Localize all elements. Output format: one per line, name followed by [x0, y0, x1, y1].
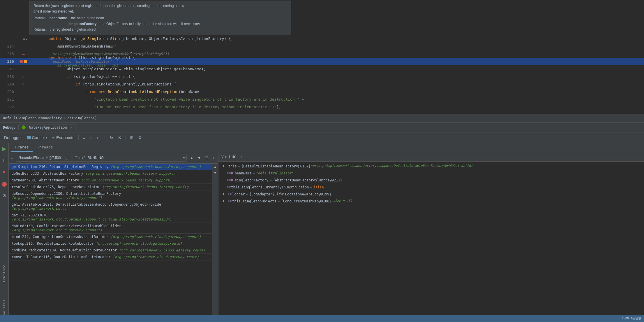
scroll-up-btn[interactable]: ▲	[214, 164, 217, 169]
var-item-beanname[interactable]: ○○ p beanName = "defaultValidator"	[218, 170, 644, 177]
settings2-btn[interactable]: ⊘	[1, 192, 8, 199]
frame-item-3[interactable]: resolveCandidate:276, DependencyDescript…	[9, 184, 212, 190]
thread-up-btn[interactable]: ▲	[188, 155, 195, 161]
var-expand-this: ▶	[223, 164, 227, 169]
oo-icon-dest: ○○	[227, 185, 231, 190]
toolbar-sep-2	[126, 135, 126, 140]
force-step-btn[interactable]: ↑	[101, 134, 107, 141]
force-step-icon: ↑	[103, 135, 105, 140]
var-name-this: this	[228, 164, 237, 169]
var-expand-so: ▶	[223, 199, 227, 204]
endpoints-icon: ✦	[52, 135, 55, 140]
settings-btn[interactable]: ⚙	[136, 134, 144, 141]
step-over-btn[interactable]: ≡	[81, 134, 87, 141]
debug-content: ✓ *boundedElastic-1*@7,509 in group "mai…	[9, 152, 644, 322]
debug-app-tab[interactable]: GatewayApplication ✕	[18, 125, 75, 130]
frame-item-1[interactable]: doGetBean:333, AbstractBeanFactory (org.…	[9, 170, 212, 177]
resume-btn[interactable]: ▶	[1, 145, 8, 152]
run-to-cursor-btn[interactable]: ↻	[108, 134, 115, 141]
rerun-btn[interactable]: ⬤	[1, 180, 8, 187]
step-into-btn[interactable]: ↓	[95, 134, 100, 141]
sub-tabs: Frames Threads	[9, 143, 644, 152]
console-tab-btn[interactable]: Console	[25, 134, 49, 141]
debug-header: Debug: GatewayApplication ✕	[0, 123, 644, 132]
frame-main-5: getIfAvailable:2021, DefaultListableBean…	[12, 202, 163, 206]
debug-tab-close[interactable]: ✕	[70, 125, 72, 130]
console-label: Console	[32, 135, 47, 140]
var-val-this: {DefaultListableBeanFactory@6107}	[241, 164, 310, 169]
frame-item-10[interactable]: combinePredicates:189, RouteDefinitionRo…	[9, 247, 212, 254]
code-line-222: 222 "(Do not request a bean from a BeanF…	[0, 103, 644, 111]
frame-item-6[interactable]: get:-1, 263233676 (org.springframework.c…	[9, 212, 212, 223]
toolbar-sep-1	[78, 135, 79, 140]
oo-icon-sf: ○○	[227, 178, 231, 183]
frame-item-5[interactable]: getIfAvailable:2021, DefaultListableBean…	[9, 201, 212, 212]
thread-add-btn[interactable]: +	[211, 155, 216, 161]
frames-panel: ✓ *boundedElastic-1*@7,509 in group "mai…	[9, 152, 218, 322]
status-bar: CSDN @他说哦	[0, 315, 644, 322]
side-panel: ▶ ⏸ ■ ⬤ ⊘ Structure Favorites	[0, 143, 9, 322]
thread-select[interactable]: *boundedElastic-1*@7,509 in group "main"…	[16, 154, 187, 162]
doc-line2: one if none registered yet.	[33, 9, 287, 14]
threads-tab[interactable]: Threads	[33, 143, 57, 152]
frame-item-11[interactable]: convertToRoute:116, RouteDefinitionRoute…	[9, 254, 212, 260]
step-over-icon: ≡	[83, 135, 85, 140]
frames-icon: ⊞	[130, 135, 133, 140]
frame-item-8[interactable]: bind:244, ConfigurationService$AbstractB…	[9, 234, 212, 240]
debug-panel: Debug: GatewayApplication ✕ Debugger Con…	[0, 123, 644, 322]
param2-desc: – the ObjectFactory to lazily create the…	[98, 22, 200, 26]
breadcrumb-class[interactable]: DefaultSingletonBeanRegistry	[3, 116, 62, 120]
debugger-tab-btn[interactable]: Debugger	[2, 134, 24, 141]
oo-icon-logger: ○○	[228, 192, 232, 197]
frame-pkg-10: (org.springframework.cloud.gateway.route…	[119, 248, 205, 252]
run-cursor-icon: ↻	[110, 135, 113, 140]
frames-btn[interactable]: ⊞	[128, 134, 135, 141]
frame-pkg-1: (org.springframework.beans.factory.suppo…	[85, 172, 176, 176]
endpoints-tab-btn[interactable]: ✦ Endpoints	[50, 134, 76, 141]
frame-main-1: doGetBean:333, AbstractBeanFactory	[12, 172, 85, 176]
pause-btn[interactable]: ⏸	[1, 157, 8, 164]
param1-desc: – the name of the bean	[68, 16, 104, 20]
breadcrumb-method[interactable]: getSingleton()	[68, 116, 97, 120]
step-out-btn[interactable]: ↑	[88, 134, 93, 141]
var-p-beanname: p	[231, 171, 233, 176]
fold-icon[interactable]: ⊞▾	[23, 37, 27, 41]
var-item-singletonfactory[interactable]: ○○ p singletonFactory = {AbstractBeanFac…	[218, 177, 644, 184]
variables-panel: Variables ▶ this = {DefaultListableBeanF…	[218, 152, 644, 322]
frames-tab[interactable]: Frames	[11, 143, 33, 152]
param1-name: beanName	[50, 16, 67, 20]
scroll-down-btn[interactable]: ▼	[214, 170, 217, 175]
var-item-destruction[interactable]: ○○ this.singletonsCurrentlyInDestruction…	[218, 184, 644, 191]
frame-pkg-7: (org.springframework.cloud.gateway.suppo…	[12, 228, 102, 232]
var-name-sf: singletonFactory	[235, 178, 269, 183]
resume-icon: ▶	[2, 146, 6, 152]
thread-filter-btn[interactable]: ☰	[203, 155, 210, 161]
frame-main-0: getSingleton:216, DefaultSingletonBeanRe…	[12, 165, 111, 169]
variables-header: Variables	[218, 152, 644, 162]
debug-app-name: GatewayApplication	[29, 125, 67, 130]
variables-title: Variables	[221, 155, 242, 159]
frame-item-7[interactable]: doBind:150, ConfigurationService$Configu…	[9, 223, 212, 234]
debugger-label: Debugger	[4, 135, 22, 140]
frame-main-2: getBean:208, AbstractBeanFactory	[12, 178, 81, 182]
stop-btn[interactable]: ■	[1, 169, 8, 176]
frame-item-4[interactable]: doResolveDependency:1380, DefaultListabl…	[9, 190, 212, 201]
watermark: CSDN @他说哦	[622, 316, 641, 321]
frame-main-7: doBind:150, ConfigurationService$Configu…	[12, 224, 121, 228]
frame-item-0[interactable]: getSingleton:216, DefaultSingletonBeanRe…	[9, 164, 212, 170]
frame-main-9: lookup:216, RouteDefinitionRouteLocator	[12, 242, 96, 246]
thread-down-btn[interactable]: ▼	[196, 155, 203, 161]
frame-main-3: resolveCandidate:276, DependencyDescript…	[12, 185, 102, 189]
var-item-singletonobjects[interactable]: ▶ ○○ this.singletonObjects = {Concurrent…	[218, 198, 644, 205]
var-name-logger: logger	[232, 192, 245, 197]
param2-name: singletonFactory	[68, 22, 97, 26]
var-item-this[interactable]: ▶ this = {DefaultListableBeanFactory@610…	[218, 163, 644, 170]
evaluate-btn[interactable]: ✕	[116, 134, 123, 141]
structure-label[interactable]: Structure	[2, 265, 6, 285]
frame-item-2[interactable]: getBean:208, AbstractBeanFactory (org.sp…	[9, 177, 212, 184]
frame-item-9[interactable]: lookup:216, RouteDefinitionRouteLocator …	[9, 240, 212, 247]
var-item-logger[interactable]: ▶ ○○ logger = {LogAdapter$Slf4jLocationA…	[218, 191, 644, 198]
step-out-icon: ↑	[90, 135, 92, 140]
var-name-so: this.singletonObjects	[232, 199, 276, 204]
step-into-icon: ↓	[96, 135, 98, 140]
